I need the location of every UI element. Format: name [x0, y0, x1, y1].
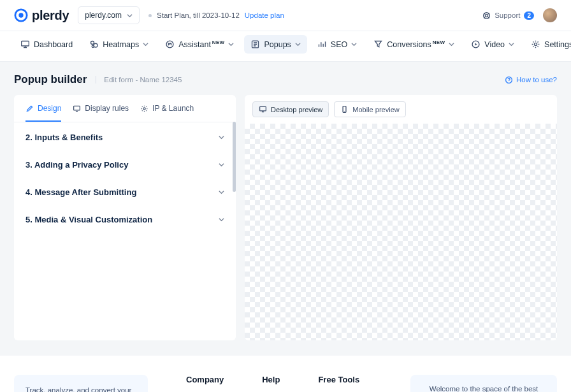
preview-panel: Desktop preview Mobile preview [245, 95, 557, 340]
svg-point-3 [486, 14, 488, 17]
svg-rect-13 [74, 106, 80, 110]
ai-icon [165, 40, 175, 49]
svg-rect-15 [260, 107, 266, 112]
brand-name: plerdy [32, 8, 69, 23]
accordion-message-after-submit[interactable]: 4. Message After Submitting [14, 178, 236, 206]
chevron-down-icon [509, 41, 514, 47]
nav-label: Settings [544, 40, 571, 49]
support-label: Support [495, 11, 520, 19]
chevron-down-icon [219, 189, 224, 195]
mobile-icon [340, 105, 349, 113]
chevron-down-icon [228, 41, 234, 47]
help-icon [505, 76, 513, 84]
scrollbar-thumb[interactable] [233, 122, 236, 192]
tab-ip-launch[interactable]: IP & Launch [140, 104, 194, 122]
accordion-title: 4. Message After Submitting [25, 187, 136, 197]
chevron-down-icon [219, 162, 224, 168]
chevron-down-icon [143, 41, 148, 47]
support-count-badge: 2 [524, 11, 534, 20]
accordion-media-visual[interactable]: 5. Media & Visual Customization [14, 206, 236, 233]
tab-design[interactable]: Design [25, 104, 61, 122]
nav-label: AssistantNEW [178, 40, 224, 49]
nav-label: SEO [331, 40, 347, 49]
mobile-preview-button[interactable]: Mobile preview [334, 101, 405, 117]
plerdy-logo-icon [14, 8, 28, 22]
svg-point-17 [344, 111, 345, 112]
nav-heatmaps[interactable]: Heatmaps [83, 35, 155, 54]
brand-logo[interactable]: plerdy [14, 8, 69, 23]
accordion-title: 3. Adding a Privacy Policy [25, 160, 128, 170]
svg-point-11 [534, 43, 537, 45]
chevron-down-icon [127, 13, 133, 18]
nav-seo[interactable]: SEO [311, 35, 363, 54]
site-selector[interactable]: plerdy.com [78, 6, 140, 24]
desktop-preview-button[interactable]: Desktop preview [252, 101, 329, 117]
footer-col-free-tools[interactable]: Free Tools [318, 375, 359, 384]
svg-point-7 [92, 45, 94, 47]
nav-label: ConversionsNEW [387, 40, 445, 49]
svg-point-14 [143, 108, 145, 110]
chevron-down-icon [219, 217, 224, 222]
pencil-icon [25, 105, 34, 113]
chevron-down-icon [449, 41, 454, 47]
preview-button-label: Desktop preview [271, 106, 322, 113]
tab-label: IP & Launch [152, 104, 194, 113]
accordion-privacy-policy[interactable]: 3. Adding a Privacy Policy [14, 151, 236, 178]
tab-label: Design [38, 104, 61, 113]
footer-welcome-text: Welcome to the space of the best markete… [430, 385, 538, 392]
builder-panel: Design Display rules IP & Launch 2. Inpu… [14, 95, 236, 340]
footer-tagline-card: Track, analyze, and convert your visitor… [14, 375, 148, 392]
user-avatar[interactable] [543, 8, 557, 22]
plan-info: Start Plan, till 2023-10-12 Update plan [148, 11, 284, 19]
nav-popups[interactable]: Popups [244, 35, 307, 54]
nav-assistant[interactable]: AssistantNEW [159, 35, 240, 54]
svg-rect-4 [22, 41, 29, 47]
footer-col-help[interactable]: Help [262, 375, 280, 384]
accordion-title: 5. Media & Visual Customization [25, 215, 152, 224]
nav-dashboard[interactable]: Dashboard [14, 35, 79, 54]
footer-welcome-card: Welcome to the space of the best markete… [410, 375, 557, 392]
preview-button-label: Mobile preview [352, 106, 399, 113]
tab-label: Display rules [85, 104, 129, 113]
heatmap-icon [89, 40, 99, 49]
nav-label: Heatmaps [103, 40, 139, 49]
main-nav: Dashboard Heatmaps AssistantNEW Popups S… [0, 31, 571, 62]
nav-settings[interactable]: Settings [524, 35, 571, 54]
nav-conversions[interactable]: ConversionsNEW [367, 35, 461, 54]
lifebuoy-icon [482, 11, 491, 20]
preview-canvas [245, 124, 557, 340]
plan-text: Start Plan, till 2023-10-12 [157, 11, 240, 19]
nav-label: Dashboard [34, 40, 73, 49]
gear-icon [531, 40, 540, 49]
footer-col-company[interactable]: Company [186, 375, 224, 384]
page-title: Popup builder [14, 73, 87, 86]
tab-display-rules[interactable]: Display rules [73, 104, 129, 122]
nav-video[interactable]: Video [465, 35, 521, 54]
funnel-icon [373, 40, 383, 49]
plan-status-dot [148, 14, 152, 17]
chart-icon [317, 40, 327, 49]
chevron-down-icon [219, 134, 224, 140]
support-link[interactable]: Support 2 [482, 11, 534, 20]
screen-icon [73, 105, 81, 113]
nav-label: Popups [264, 40, 291, 49]
how-to-use-link[interactable]: How to use? [505, 76, 557, 84]
svg-point-1 [18, 13, 23, 17]
monitor-icon [20, 40, 30, 49]
form-icon [250, 40, 260, 49]
how-to-use-label: How to use? [516, 76, 557, 83]
footer-tagline: Track, analyze, and convert your visitor… [25, 386, 131, 392]
chevron-down-icon [351, 41, 357, 47]
accordion-title: 2. Inputs & Benefits [25, 133, 103, 142]
accordion-inputs-benefits[interactable]: 2. Inputs & Benefits [14, 124, 236, 151]
site-selector-value: plerdy.com [85, 11, 122, 20]
svg-point-5 [91, 41, 94, 45]
nav-label: Video [484, 40, 505, 49]
update-plan-link[interactable]: Update plan [245, 11, 284, 19]
desktop-icon [259, 105, 267, 113]
chevron-down-icon [295, 41, 301, 47]
page-subtitle: Edit form - Name 12345 [96, 76, 182, 83]
play-icon [471, 40, 481, 49]
footer: Track, analyze, and convert your visitor… [0, 356, 571, 392]
gear-icon [140, 105, 148, 113]
